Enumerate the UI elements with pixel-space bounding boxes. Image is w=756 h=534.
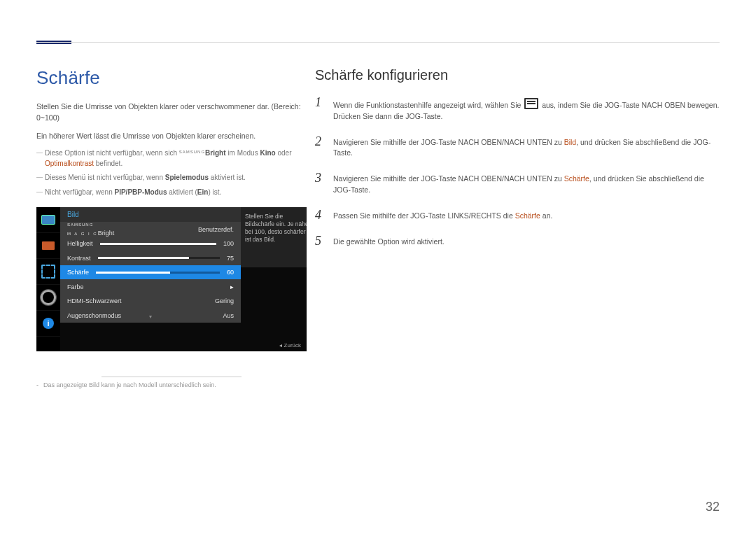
- note-3-end: ) ist.: [208, 188, 221, 196]
- left-column: Schärfe Stellen Sie die Umrisse von Obje…: [36, 67, 307, 395]
- page-number: 32: [706, 500, 720, 514]
- step-3-schaerfe: Schärfe: [564, 174, 589, 183]
- magic-sup: SAMSUNG: [179, 150, 205, 154]
- step-3: 3 Navigieren Sie mithilfe der JOG-Taste …: [315, 171, 722, 196]
- header-rule: [36, 42, 720, 43]
- step-2-pre: Navigieren Sie mithilfe der JOG-Taste NA…: [333, 138, 564, 146]
- step-4-number: 4: [315, 209, 333, 223]
- osd-magic-sup: SAMSUNG: [67, 223, 93, 227]
- sub-text: Ein höherer Wert lässt die Umrisse von O…: [36, 131, 307, 142]
- chevron-right-icon: ▸: [230, 283, 234, 290]
- osd-eyesaver-val: Aus: [223, 312, 234, 319]
- step-1-pre: Wenn die Funktionstastenhilfe angezeigt …: [333, 101, 523, 109]
- info-icon: i: [36, 311, 60, 337]
- step-1-text: Wenn die Funktionstastenhilfe angezeigt …: [333, 96, 719, 122]
- note-1-mid: im Modus: [226, 149, 260, 157]
- osd-hdmi-label: HDMI-Schwarzwert: [67, 297, 122, 304]
- step-3-pre: Navigieren Sie mithilfe der JOG-Taste NA…: [333, 174, 564, 183]
- pip-icon: [36, 259, 60, 285]
- spielemodus-label: Spielemodus: [165, 174, 209, 181]
- osd-brightness-label: Helligkeit: [67, 240, 93, 247]
- osd-row-magicbright: SAMSUNG M A G I CBright Benutzerdef.: [60, 222, 241, 237]
- step-1-number: 1: [315, 96, 333, 110]
- step-4-post: an.: [540, 211, 553, 220]
- steps-list: 1 Wenn die Funktionstastenhilfe angezeig…: [315, 96, 722, 248]
- step-5-number: 5: [315, 234, 333, 248]
- osd-screenshot: i Bild SAMSUNG M A G I CBright Benutzerd…: [36, 207, 307, 351]
- note-1-pre: Diese Option ist nicht verfügbar, wenn s…: [45, 149, 179, 157]
- osd-sharpness-val: 60: [227, 269, 234, 276]
- step-3-text: Navigieren Sie mithilfe der JOG-Taste NA…: [333, 171, 722, 196]
- step-3-number: 3: [315, 171, 333, 185]
- osd-hdmi-val: Gering: [215, 297, 234, 304]
- step-4-pre: Passen Sie mithilfe der JOG-Taste LINKS/…: [333, 211, 515, 220]
- step-1-line2: Drücken Sie dann die JOG-Taste.: [333, 112, 442, 120]
- kino-label: Kino: [260, 149, 275, 157]
- right-column: Schärfe konfigurieren 1 Wenn die Funktio…: [315, 67, 722, 261]
- step-2-text: Navigieren Sie mithilfe der JOG-Taste NA…: [333, 135, 722, 160]
- section-title: Schärfe: [36, 67, 307, 89]
- osd-menu-title: Bild: [60, 207, 241, 222]
- osd-magic-sub: M A G I C: [67, 232, 98, 236]
- note-3-mid: aktiviert (: [167, 188, 197, 196]
- osd-back-label: Zurück: [279, 342, 301, 349]
- subsection-title: Schärfe konfigurieren: [315, 67, 722, 83]
- gear-icon: [36, 285, 60, 311]
- step-4-schaerfe: Schärfe: [515, 211, 540, 220]
- osd-sharpness-label: Schärfe: [67, 269, 89, 276]
- note-3: Nicht verfügbar, wenn PIP/PBP-Modus akti…: [36, 188, 307, 198]
- osd-main-panel: Bild SAMSUNG M A G I CBright Benutzerdef…: [60, 207, 241, 323]
- note-1: Diese Option ist nicht verfügbar, wenn s…: [36, 148, 307, 169]
- osd-eyesaver-label: Augenschonmodus: [67, 312, 121, 319]
- magic-bright-label: Bright: [205, 149, 225, 157]
- osd-row-contrast: Kontrast 75: [60, 251, 241, 265]
- osd-contrast-val: 75: [227, 255, 234, 262]
- step-4: 4 Passen Sie mithilfe der JOG-Taste LINK…: [315, 209, 722, 223]
- step-5-text: Die gewählte Option wird aktiviert.: [333, 234, 444, 248]
- osd-contrast-label: Kontrast: [67, 255, 91, 262]
- note-3-pre: Nicht verfügbar, wenn: [45, 188, 115, 196]
- osd-sidebar: i: [36, 207, 60, 351]
- osd-description: Stellen Sie die Bildschärfe ein. Je nähe…: [241, 207, 307, 267]
- note-2-end: aktiviert ist.: [209, 174, 246, 181]
- note-2-pre: Dieses Menü ist nicht verfügbar, wenn: [45, 174, 165, 181]
- note-1-end: befindet.: [94, 160, 122, 167]
- monitor-icon: [36, 207, 60, 233]
- footnote: Das angezeigte Bild kann je nach Modell …: [36, 381, 307, 388]
- step-4-text: Passen Sie mithilfe der JOG-Taste LINKS/…: [333, 209, 552, 222]
- step-1-post: aus, indem Sie die JOG-Taste NACH OBEN b…: [542, 101, 719, 109]
- osd-brightness-val: 100: [223, 240, 234, 247]
- osd-pager-down-icon: ▾: [149, 314, 152, 320]
- osd-magic-val: Benutzerdef.: [198, 226, 234, 233]
- osd-magic-bright: Bright: [98, 230, 115, 237]
- menu-icon: [524, 98, 538, 109]
- osd-row-brightness: Helligkeit 100: [60, 237, 241, 251]
- step-5: 5 Die gewählte Option wird aktiviert.: [315, 234, 722, 248]
- osd-row-sharpness: Schärfe 60: [60, 265, 241, 280]
- pip-pbp-label: PIP/PBP-Modus: [115, 188, 167, 196]
- intro-text: Stellen Sie die Umrisse von Objekten kla…: [36, 101, 307, 124]
- osd-color-label: Farbe: [67, 283, 84, 290]
- step-2-bild: Bild: [564, 138, 577, 146]
- osd-row-color: Farbe ▸: [60, 279, 241, 294]
- step-2: 2 Navigieren Sie mithilfe der JOG-Taste …: [315, 135, 722, 160]
- picture-icon: [36, 233, 60, 259]
- optimalkontrast-label: Optimalkontrast: [45, 160, 94, 167]
- note-2: Dieses Menü ist nicht verfügbar, wenn Sp…: [36, 173, 307, 183]
- ein-label: Ein: [197, 188, 209, 196]
- note-1-oder: oder: [276, 149, 292, 157]
- step-2-number: 2: [315, 135, 333, 149]
- step-1: 1 Wenn die Funktionstastenhilfe angezeig…: [315, 96, 722, 122]
- footnote-rule: [102, 377, 241, 377]
- osd-row-hdmi-black: HDMI-Schwarzwert Gering: [60, 294, 241, 309]
